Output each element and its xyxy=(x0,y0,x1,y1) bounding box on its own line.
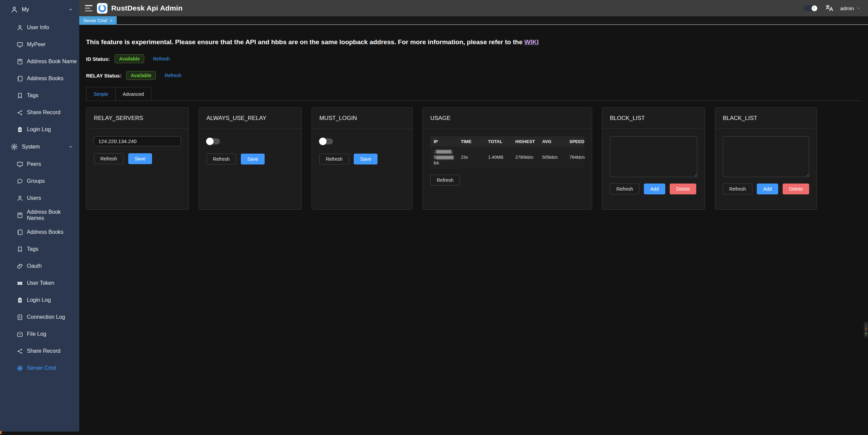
must-login-save-button[interactable]: Save xyxy=(354,154,378,164)
sidebar-item-address-books[interactable]: Address Books xyxy=(0,224,79,241)
tab-advanced[interactable]: Advanced xyxy=(116,87,151,101)
sidebar-item-tags[interactable]: Tags xyxy=(0,241,79,258)
sidebar-item-server-cmd[interactable]: Server Cmd xyxy=(0,360,79,377)
sidebar-section-label: System xyxy=(22,144,68,150)
sidebar-item-address-books-my[interactable]: Address Books xyxy=(0,70,79,87)
black-list-textarea[interactable] xyxy=(723,136,809,177)
id-status-badge: Available xyxy=(115,54,144,63)
wiki-link[interactable]: WIKI xyxy=(524,38,539,46)
sidebar-item-file-log[interactable]: File Log xyxy=(0,326,79,343)
usage-table-row: ::. 5 64: 23s 1.40MB 2780kb/s 505kb/s 76… xyxy=(430,146,584,169)
sidebar-item-groups[interactable]: Groups xyxy=(0,173,79,190)
sidebar-item-login-log[interactable]: Login Log xyxy=(0,292,79,309)
sidebar-item-label: Groups xyxy=(27,178,45,184)
relay-status-row: RELAY Status: Available Refresh xyxy=(86,71,861,80)
sidebar-item-label: Server Cmd xyxy=(27,365,56,371)
sidebar-item-label: Peers xyxy=(27,161,41,167)
username: admin xyxy=(840,5,854,11)
col-speed: SPEED xyxy=(566,139,584,144)
sidebar-item-label: Login Log xyxy=(27,297,51,303)
block-list-add-button[interactable]: Add xyxy=(644,184,665,194)
block-list-textarea[interactable] xyxy=(610,136,697,177)
usage-highest-value: 2780kb/s xyxy=(512,155,539,160)
black-list-delete-button[interactable]: Delete xyxy=(783,184,809,194)
ticket-icon xyxy=(16,280,23,287)
card-title: BLOCK_LIST xyxy=(602,108,705,129)
sidebar: My User Info MyPeer Address Book Name Ad… xyxy=(0,0,79,432)
relay-servers-input[interactable] xyxy=(94,136,181,146)
tab-simple[interactable]: Simple xyxy=(86,87,116,101)
id-status-refresh-link[interactable]: Refresh xyxy=(153,56,170,62)
sidebar-item-users[interactable]: Users xyxy=(0,190,79,207)
share-icon xyxy=(16,109,23,116)
monitor-icon xyxy=(16,161,23,168)
warning-text: This feature is experimental. Please ens… xyxy=(86,38,524,46)
moon-icon: ☾ xyxy=(812,5,817,11)
chevron-up-icon xyxy=(68,7,73,12)
clipboard-icon xyxy=(16,297,23,304)
relay-servers-save-button[interactable]: Save xyxy=(128,153,152,164)
clipboard-icon xyxy=(16,126,23,133)
sidebar-item-label: Address Book Names xyxy=(27,209,79,221)
user-icon xyxy=(16,24,23,31)
usage-total-value: 1.40MB xyxy=(485,155,512,160)
tab-label: Server Cmd xyxy=(83,18,107,23)
sidebar-section-system[interactable]: System xyxy=(0,138,79,156)
must-login-toggle[interactable] xyxy=(319,138,333,144)
sidebar-item-peers[interactable]: Peers xyxy=(0,156,79,173)
view-tabs: Simple Advanced xyxy=(86,87,861,101)
rustdesk-logo xyxy=(97,3,107,14)
translate-icon[interactable] xyxy=(825,4,834,13)
usage-table-header: IP TIME TOTAL HIGHEST AVG SPEED xyxy=(430,136,584,146)
sidebar-collapse-icon[interactable] xyxy=(85,5,93,11)
chevron-up-icon xyxy=(68,144,73,149)
usage-time-value: 23s xyxy=(457,155,485,160)
app-title: RustDesk Api Admin xyxy=(111,4,183,12)
must-login-refresh-button[interactable]: Refresh xyxy=(319,154,349,164)
sidebar-section-my[interactable]: My xyxy=(0,0,79,19)
usage-refresh-button[interactable]: Refresh xyxy=(430,175,460,186)
block-list-delete-button[interactable]: Delete xyxy=(670,184,696,194)
col-time: TIME xyxy=(457,139,485,144)
sidebar-item-share-record[interactable]: Share Record xyxy=(0,343,79,360)
relay-status-refresh-link[interactable]: Refresh xyxy=(165,73,181,78)
sidebar-item-address-book-name[interactable]: Address Book Name xyxy=(0,53,79,70)
sidebar-item-label: File Log xyxy=(27,331,46,337)
sidebar-item-login-log-my[interactable]: Login Log xyxy=(0,121,79,138)
user-icon xyxy=(16,195,23,202)
col-ip: IP xyxy=(430,139,457,144)
sidebar-item-connection-log[interactable]: Connection Log xyxy=(0,309,79,326)
usage-ip-cell: ::. 5 64: xyxy=(430,149,457,166)
sidebar-item-user-token[interactable]: User Token xyxy=(0,275,79,292)
sidebar-item-address-book-names[interactable]: Address Book Names xyxy=(0,207,79,224)
black-list-add-button[interactable]: Add xyxy=(757,184,778,194)
card-relay-servers: RELAY_SERVERS Refresh Save xyxy=(86,107,189,210)
person-icon xyxy=(10,5,18,14)
share-icon xyxy=(16,348,23,355)
relay-servers-refresh-button[interactable]: Refresh xyxy=(94,153,123,164)
edge-dev-widget[interactable] xyxy=(864,322,868,337)
card-black-list: BLACK_LIST Refresh Add Delete xyxy=(715,107,817,210)
sidebar-item-label: Oauth xyxy=(27,263,42,269)
sidebar-item-tags-my[interactable]: Tags xyxy=(0,87,79,104)
always-use-relay-toggle[interactable] xyxy=(206,138,220,144)
always-use-relay-refresh-button[interactable]: Refresh xyxy=(206,154,236,164)
bookmark-icon xyxy=(16,246,23,253)
always-use-relay-save-button[interactable]: Save xyxy=(241,154,265,164)
card-usage: USAGE IP TIME TOTAL HIGHEST AVG SPEED ::… xyxy=(422,107,592,210)
sidebar-item-user-info[interactable]: User Info xyxy=(0,19,79,36)
sidebar-item-label: Address Books xyxy=(27,229,64,235)
close-icon[interactable]: × xyxy=(110,18,113,23)
user-menu[interactable]: admin xyxy=(840,5,861,11)
black-list-refresh-button[interactable]: Refresh xyxy=(723,184,752,194)
id-status-label: ID Status: xyxy=(86,56,110,62)
block-list-refresh-button[interactable]: Refresh xyxy=(610,184,639,194)
dark-mode-toggle[interactable]: ☾ xyxy=(803,4,818,12)
sidebar-item-label: Address Book Name xyxy=(27,58,77,65)
sidebar-item-share-record-my[interactable]: Share Record xyxy=(0,104,79,121)
chat-icon xyxy=(16,178,23,185)
sidebar-item-mypeer[interactable]: MyPeer xyxy=(0,36,79,53)
sidebar-item-oauth[interactable]: Oauth xyxy=(0,258,79,275)
tab-server-cmd[interactable]: Server Cmd × xyxy=(79,16,117,25)
usage-table: IP TIME TOTAL HIGHEST AVG SPEED ::. 5 64… xyxy=(430,136,584,169)
